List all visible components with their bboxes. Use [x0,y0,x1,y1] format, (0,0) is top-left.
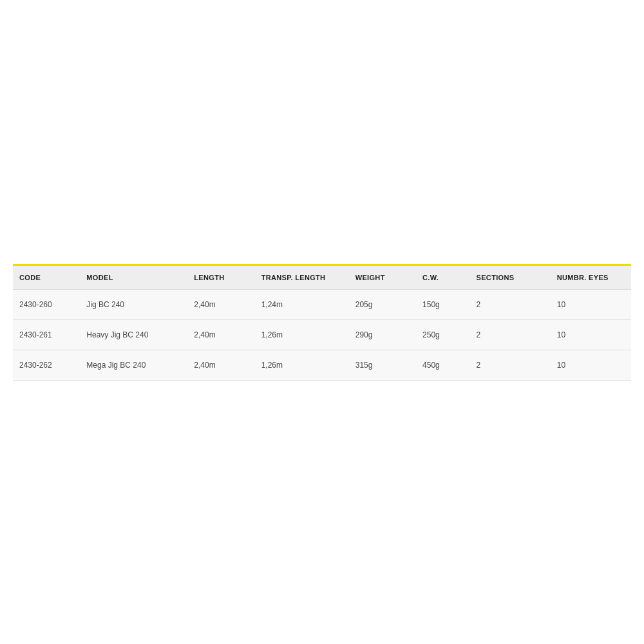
header-length: LENGTH [187,266,254,290]
cell-weight: 290g [349,319,416,350]
header-numbr-eyes: NUMBR. EYES [551,266,631,290]
cell-weight: 315g [349,350,416,380]
cell-length: 2,40m [187,350,254,380]
cell-length: 2,40m [187,289,254,319]
cell-cw: 150g [416,289,469,319]
product-table: CODE MODEL LENGTH TRANSP. LENGTH WEIGHT … [13,266,631,381]
cell-code: 2430-260 [13,289,80,319]
cell-transp_length: 1,26m [255,319,349,350]
table-header-row: CODE MODEL LENGTH TRANSP. LENGTH WEIGHT … [13,266,631,290]
cell-transp_length: 1,24m [255,289,349,319]
cell-transp_length: 1,26m [255,350,349,380]
cell-numbr_eyes: 10 [551,319,631,350]
cell-numbr_eyes: 10 [551,289,631,319]
cell-code: 2430-262 [13,350,80,380]
page-container: CODE MODEL LENGTH TRANSP. LENGTH WEIGHT … [0,0,644,644]
cell-length: 2,40m [187,319,254,350]
header-transp-length: TRANSP. LENGTH [255,266,349,290]
cell-cw: 450g [416,350,469,380]
table-row: 2430-261Heavy Jig BC 2402,40m1,26m290g25… [13,319,631,350]
table-body: 2430-260Jig BC 2402,40m1,24m205g150g2102… [13,289,631,380]
cell-sections: 2 [470,289,551,319]
header-weight: WEIGHT [349,266,416,290]
cell-sections: 2 [470,319,551,350]
cell-numbr_eyes: 10 [551,350,631,380]
cell-sections: 2 [470,350,551,380]
table-wrapper: CODE MODEL LENGTH TRANSP. LENGTH WEIGHT … [13,264,631,381]
table-row: 2430-262Mega Jig BC 2402,40m1,26m315g450… [13,350,631,380]
cell-model: Mega Jig BC 240 [80,350,187,380]
cell-code: 2430-261 [13,319,80,350]
cell-weight: 205g [349,289,416,319]
header-model: MODEL [80,266,187,290]
cell-cw: 250g [416,319,469,350]
header-sections: SECTIONS [470,266,551,290]
table-row: 2430-260Jig BC 2402,40m1,24m205g150g210 [13,289,631,319]
header-cw: C.W. [416,266,469,290]
cell-model: Heavy Jig BC 240 [80,319,187,350]
cell-model: Jig BC 240 [80,289,187,319]
header-code: CODE [13,266,80,290]
